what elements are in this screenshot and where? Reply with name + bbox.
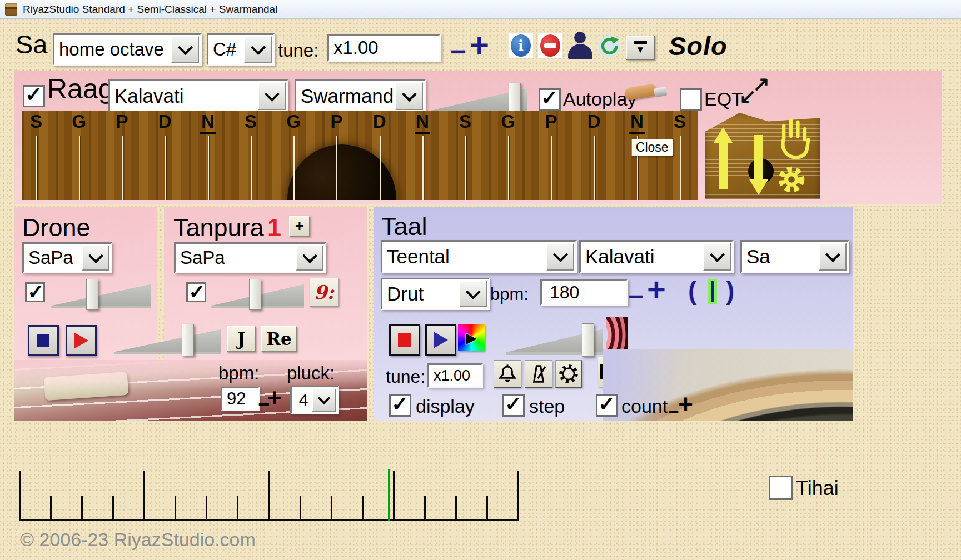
tempo-select[interactable]: Drut bbox=[381, 278, 490, 310]
tabla-membrane-icon[interactable] bbox=[606, 317, 628, 353]
beat-tick bbox=[19, 471, 21, 521]
display-checkbox[interactable] bbox=[389, 394, 411, 417]
stop-icon bbox=[398, 333, 411, 347]
re-button[interactable]: Re bbox=[261, 326, 297, 352]
gear-icon[interactable] bbox=[555, 360, 582, 388]
taal-select[interactable]: Teental bbox=[381, 240, 577, 273]
string-line[interactable] bbox=[165, 136, 166, 200]
chevron-down-icon[interactable] bbox=[395, 82, 423, 110]
step-label: step bbox=[529, 396, 565, 417]
bell-icon[interactable] bbox=[494, 360, 521, 388]
refresh-icon[interactable] bbox=[597, 34, 621, 60]
string-line[interactable] bbox=[293, 136, 295, 200]
sa-minus-button[interactable]: − bbox=[450, 38, 466, 66]
taal-tune-input[interactable] bbox=[427, 363, 483, 388]
string-line[interactable] bbox=[508, 136, 509, 200]
add-tanpura-button[interactable]: + bbox=[289, 216, 310, 237]
string-line[interactable] bbox=[336, 136, 337, 200]
swarmandal-strings[interactable]: SGPDNSGPDNSGPDNCloseS bbox=[22, 111, 698, 200]
string-line[interactable] bbox=[380, 136, 381, 200]
tuning-key-icon[interactable] bbox=[622, 73, 673, 114]
preset-dropdown-icon[interactable]: ▼ bbox=[626, 36, 655, 60]
taal-bpm-input[interactable] bbox=[540, 279, 628, 306]
sa-tune-input[interactable] bbox=[327, 34, 441, 62]
raag-checkbox[interactable] bbox=[23, 85, 45, 107]
chevron-down-icon[interactable] bbox=[296, 245, 323, 271]
tanpura-master-volume-slider[interactable] bbox=[114, 324, 221, 355]
tanpura-bpm-plus-button[interactable]: + bbox=[267, 384, 282, 411]
string-line[interactable] bbox=[79, 136, 80, 200]
app-icon bbox=[5, 3, 17, 16]
jhala-button[interactable]: J bbox=[227, 326, 256, 352]
chevron-down-icon[interactable] bbox=[82, 245, 109, 271]
string-line[interactable] bbox=[422, 136, 424, 200]
string-line[interactable] bbox=[680, 136, 681, 200]
drone-checkbox[interactable] bbox=[25, 282, 45, 302]
chevron-down-icon[interactable] bbox=[171, 36, 199, 63]
pluck-select[interactable]: 4 bbox=[290, 386, 339, 414]
close-tooltip[interactable]: Close bbox=[631, 139, 673, 156]
settings-gear-icon[interactable] bbox=[776, 164, 807, 197]
beat-tick bbox=[455, 496, 457, 521]
metronome-icon[interactable] bbox=[525, 360, 552, 388]
count-plus-button[interactable]: + bbox=[678, 391, 693, 417]
string-line[interactable] bbox=[251, 136, 252, 200]
tanpura-checkbox[interactable] bbox=[186, 282, 206, 302]
taal-stop-button[interactable] bbox=[389, 324, 420, 356]
sa-plus-button[interactable]: + bbox=[470, 29, 489, 62]
expand-icon[interactable]: ↗ ↙ bbox=[739, 74, 775, 107]
slider-handle[interactable] bbox=[182, 324, 194, 356]
octave-select[interactable]: home octave bbox=[53, 33, 202, 66]
string-line[interactable] bbox=[465, 136, 466, 200]
taal-play-button[interactable] bbox=[425, 324, 456, 356]
string-line[interactable] bbox=[208, 136, 209, 200]
info-icon[interactable]: i bbox=[509, 33, 533, 58]
taal-bpm-plus-button[interactable]: + bbox=[647, 273, 666, 306]
tihai-checkbox[interactable] bbox=[769, 476, 793, 500]
string-line[interactable] bbox=[551, 136, 552, 200]
key-select[interactable]: C# bbox=[207, 33, 275, 66]
tanpura-volume-slider[interactable] bbox=[211, 279, 304, 309]
taal-bpm-minus-button[interactable]: − bbox=[628, 283, 644, 310]
user-icon[interactable] bbox=[567, 32, 594, 59]
taal-timeline[interactable] bbox=[19, 469, 518, 521]
slider-handle[interactable] bbox=[509, 83, 521, 115]
string-note-label: S bbox=[457, 111, 473, 132]
step-checkbox[interactable] bbox=[502, 394, 525, 417]
autoplay-checkbox[interactable] bbox=[539, 88, 561, 111]
chevron-down-icon[interactable] bbox=[703, 243, 731, 271]
solo-label[interactable]: Solo bbox=[669, 31, 728, 61]
bols-rainbow-button[interactable]: ▶ bbox=[458, 324, 485, 351]
string-line[interactable] bbox=[594, 136, 595, 200]
tanpura-bpm-input[interactable] bbox=[221, 387, 260, 411]
hand-icon[interactable] bbox=[774, 115, 813, 162]
count-checkbox[interactable] bbox=[596, 394, 618, 417]
count-minus-button[interactable]: − bbox=[668, 402, 679, 421]
tanpura-stop-button[interactable] bbox=[28, 325, 59, 356]
taal-raag-select[interactable]: Kalavati bbox=[579, 240, 734, 273]
slider-handle[interactable] bbox=[582, 323, 594, 357]
chevron-down-icon[interactable] bbox=[258, 82, 286, 110]
tanpura-play-button[interactable] bbox=[66, 325, 97, 356]
panel-gap bbox=[157, 207, 164, 316]
drone-chord-select[interactable]: SaPa bbox=[22, 242, 112, 273]
raag-select[interactable]: Kalavati bbox=[108, 79, 288, 113]
block-icon[interactable] bbox=[538, 33, 562, 58]
raag-volume-slider[interactable] bbox=[430, 83, 527, 114]
slider-handle[interactable] bbox=[249, 279, 261, 310]
chevron-down-icon[interactable] bbox=[459, 281, 487, 307]
layout-select[interactable]: Swarmandal bbox=[295, 79, 426, 113]
chevron-down-icon[interactable] bbox=[244, 36, 272, 63]
eqt-checkbox[interactable] bbox=[680, 88, 702, 111]
bass-clef-button[interactable]: 9: bbox=[310, 278, 338, 307]
taal-sa-select[interactable]: Sa bbox=[740, 240, 849, 273]
chevron-down-icon[interactable] bbox=[312, 388, 336, 412]
chevron-down-icon[interactable] bbox=[819, 243, 847, 271]
drone-volume-slider[interactable] bbox=[51, 279, 151, 309]
string-line[interactable] bbox=[122, 136, 123, 200]
chevron-down-icon[interactable] bbox=[546, 243, 574, 271]
tanpura-chord-select[interactable]: SaPa bbox=[174, 242, 326, 273]
string-line[interactable] bbox=[36, 136, 37, 200]
taal-volume-slider[interactable] bbox=[506, 323, 603, 356]
slider-handle[interactable] bbox=[86, 279, 98, 310]
